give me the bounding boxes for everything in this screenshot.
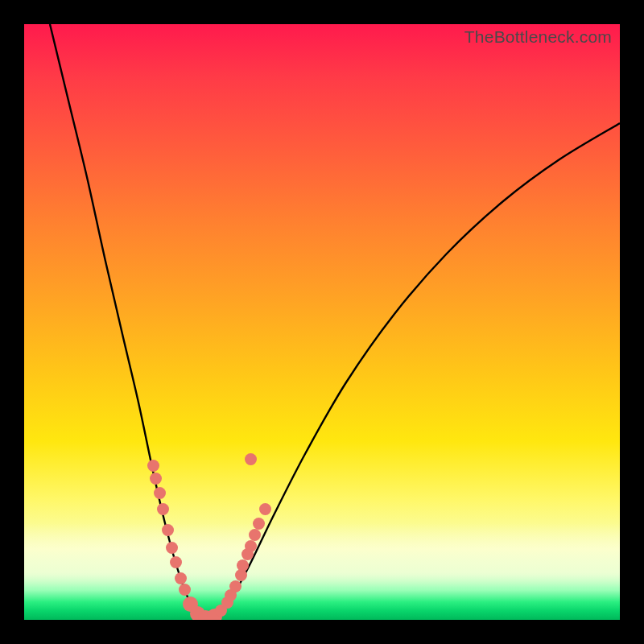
data-point xyxy=(170,556,182,568)
chart-frame: TheBottleneck.com xyxy=(0,0,644,644)
data-point xyxy=(245,453,257,465)
data-point xyxy=(154,487,166,499)
data-point xyxy=(150,473,162,485)
data-point xyxy=(253,518,265,530)
data-point xyxy=(157,503,169,515)
data-point xyxy=(245,540,257,552)
data-point xyxy=(237,559,249,572)
data-point xyxy=(166,542,178,554)
data-point xyxy=(175,572,187,584)
data-point xyxy=(147,460,159,472)
data-point xyxy=(259,503,271,515)
plot-area: TheBottleneck.com xyxy=(24,24,620,620)
data-point xyxy=(249,529,261,541)
data-point xyxy=(179,584,191,596)
data-point xyxy=(162,524,174,536)
gradient-background xyxy=(24,24,620,620)
data-point xyxy=(229,580,242,592)
